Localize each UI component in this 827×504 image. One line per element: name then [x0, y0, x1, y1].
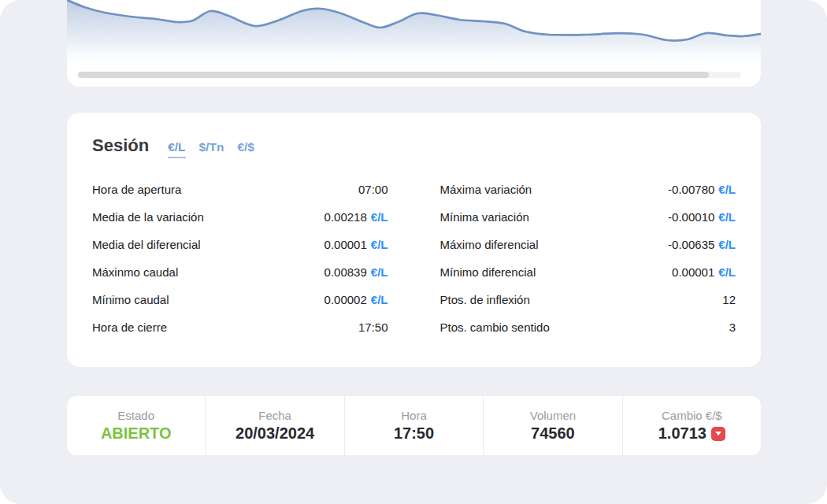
status-cell-value: 17:50	[394, 424, 434, 443]
session-row-unit: €/L	[371, 293, 388, 306]
session-table: Hora de apertura07:00Media de la variaci…	[92, 176, 736, 341]
chart-area-fill	[67, 0, 761, 60]
session-row-label: Mínima variación	[440, 210, 529, 224]
session-row-label: Máxima variación	[440, 183, 532, 196]
status-cell-value-text: 74560	[531, 424, 575, 443]
session-row-unit: €/L	[718, 238, 736, 251]
chart-card	[67, 0, 761, 87]
status-cell-label: Estado	[117, 409, 154, 422]
session-row-unit: €/L	[371, 238, 388, 251]
tab-eur-usd[interactable]: €/$	[237, 140, 254, 154]
session-row: Media de la variación0.00218€/L	[92, 203, 388, 231]
session-row: Hora de cierre17:50	[92, 313, 388, 341]
session-tabs: €/L$/Tn€/$	[168, 140, 254, 158]
session-header: Sesión €/L$/Tn€/$	[92, 135, 736, 158]
session-row-value: -0.00780€/L	[668, 183, 736, 196]
status-cell-label: Hora	[401, 409, 427, 422]
status-cell-cambio: Cambio €/$1.0713	[622, 396, 761, 455]
session-row: Hora de apertura07:00	[92, 176, 388, 203]
session-row: Ptos. de inflexión12	[440, 286, 736, 313]
tab-eur-l[interactable]: €/L	[168, 140, 185, 158]
session-row-value: 0.00839€/L	[324, 265, 388, 279]
session-row-unit: €/L	[718, 265, 736, 279]
session-card: Sesión €/L$/Tn€/$ Hora de apertura07:00M…	[67, 113, 761, 367]
session-row: Máxima variación-0.00780€/L	[440, 176, 736, 203]
session-row: Máxinmo caudal0.00839€/L	[92, 258, 388, 286]
session-row-value: 0.00002€/L	[324, 293, 388, 306]
status-cell-label: Volumen	[530, 409, 576, 422]
status-cell-value-text: ABIERTO	[101, 424, 172, 443]
session-row-value: -0.00635€/L	[668, 238, 736, 251]
session-row: Mínimo diferencial0.00001€/L	[440, 258, 736, 286]
caret-down-icon	[715, 432, 721, 435]
status-cell-value: 1.0713	[658, 424, 725, 443]
chart-scrollbar-thumb[interactable]	[78, 72, 709, 78]
session-row: Ptos. cambio sentido3	[440, 313, 736, 341]
session-row-value: 3	[729, 321, 736, 334]
status-cell-value-text: 17:50	[394, 424, 434, 443]
tab-usd-tn[interactable]: $/Tn	[199, 140, 224, 154]
status-cell-label: Cambio €/$	[662, 409, 722, 422]
session-row-label: Hora de apertura	[92, 183, 181, 196]
status-cell-value: 20/03/2024	[235, 424, 314, 443]
session-row-label: Mínimo caudal	[92, 293, 169, 306]
session-row-value: 0.00001€/L	[324, 238, 388, 251]
change-down-badge	[711, 427, 725, 441]
session-row-unit: €/L	[371, 265, 388, 279]
price-area-chart	[67, 0, 761, 61]
session-row-value: 0.00218€/L	[324, 210, 388, 224]
status-cell-value: ABIERTO	[101, 424, 172, 443]
session-row-label: Hora de cierre	[92, 321, 167, 334]
session-row-value: 17:50	[358, 321, 388, 334]
session-row: Mínima variación-0.00010€/L	[440, 203, 736, 231]
status-cell-volumen: Volumen74560	[483, 396, 621, 455]
session-row-label: Máximo diferencial	[440, 238, 539, 251]
status-cell-value-text: 20/03/2024	[235, 424, 314, 443]
session-row-unit: €/L	[718, 210, 736, 224]
session-col-left: Hora de apertura07:00Media de la variaci…	[92, 176, 388, 341]
session-row-value: 07:00	[358, 183, 388, 196]
session-col-right: Máxima variación-0.00780€/LMínima variac…	[440, 176, 736, 341]
session-row-value: 0.00001€/L	[672, 265, 736, 279]
session-row-unit: €/L	[718, 183, 736, 196]
status-cell-value: 74560	[531, 424, 575, 443]
session-row-value: -0.00010€/L	[668, 210, 736, 224]
status-bar: EstadoABIERTOFecha20/03/2024Hora17:50Vol…	[67, 396, 761, 455]
session-row-label: Máxinmo caudal	[92, 265, 178, 279]
status-cell-fecha: Fecha20/03/2024	[205, 396, 343, 455]
session-row: Máximo diferencial-0.00635€/L	[440, 231, 736, 258]
session-title: Sesión	[92, 135, 149, 156]
app-screen: Sesión €/L$/Tn€/$ Hora de apertura07:00M…	[0, 0, 827, 504]
status-cell-value-text: 1.0713	[658, 424, 706, 443]
status-cell-estado: EstadoABIERTO	[67, 396, 205, 455]
session-row: Mínimo caudal0.00002€/L	[92, 286, 388, 313]
session-row: Media del diferencial0.00001€/L	[92, 231, 388, 258]
session-row-label: Media de la variación	[92, 210, 204, 224]
session-row-label: Ptos. de inflexión	[440, 293, 530, 306]
session-row-label: Ptos. cambio sentido	[440, 321, 550, 334]
session-row-unit: €/L	[371, 210, 388, 224]
session-row-label: Mínimo diferencial	[440, 265, 536, 279]
session-row-value: 12	[722, 293, 736, 306]
status-cell-hora: Hora17:50	[344, 396, 483, 455]
status-cell-label: Fecha	[258, 409, 291, 422]
session-row-label: Media del diferencial	[92, 238, 201, 251]
chart-scrollbar-track[interactable]	[78, 72, 741, 78]
